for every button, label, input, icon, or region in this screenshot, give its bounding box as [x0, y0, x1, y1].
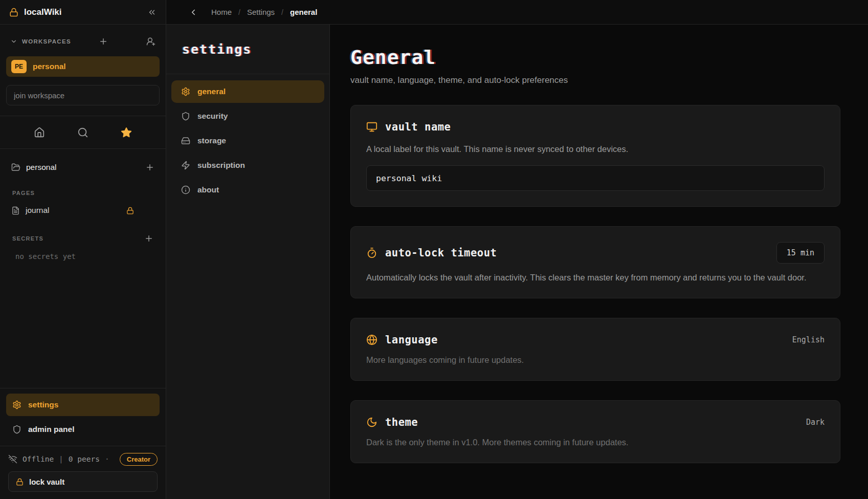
shield-icon: [12, 425, 21, 434]
lock-icon: [126, 207, 134, 214]
back-button[interactable]: [189, 8, 198, 17]
card-description: A local label for this vault. This name …: [366, 144, 825, 154]
folder-open-icon: [11, 163, 20, 172]
gear-icon: [12, 400, 21, 409]
card-title: vault name: [385, 121, 451, 133]
file-text-icon: [11, 206, 20, 215]
workspace-name: personal: [33, 62, 66, 71]
invite-member-button[interactable]: [146, 37, 155, 46]
workspaces-header: WORKSPACES: [6, 35, 160, 48]
settings-tab-about[interactable]: about: [171, 179, 324, 201]
zap-icon: [181, 161, 190, 170]
settings-tab-security[interactable]: security: [171, 105, 324, 127]
card-header: vault name: [366, 121, 825, 133]
settings-nav-list: general security storage: [166, 74, 329, 207]
sidebar-item-admin-panel[interactable]: admin panel: [6, 418, 160, 441]
pages-section-label: PAGES: [8, 190, 158, 196]
settings-nav-header: settings: [166, 25, 329, 74]
chevron-left-icon: [189, 8, 198, 17]
plus-icon: [99, 37, 108, 46]
vault-name-input[interactable]: [366, 165, 825, 191]
lock-icon: [9, 8, 18, 17]
add-workspace-button[interactable]: [99, 37, 108, 46]
tree-root-name: personal: [26, 163, 56, 172]
page-name: journal: [26, 206, 50, 215]
card-description: More languages coming in future updates.: [366, 355, 825, 365]
settings-main: General vault name, language, theme, and…: [330, 25, 868, 499]
secrets-header: SECRETS: [8, 234, 158, 243]
card-auto-lock: auto-lock timeout 15 min Automatically l…: [350, 226, 840, 298]
settings-tab-storage[interactable]: storage: [171, 129, 324, 152]
breadcrumb-separator: /: [281, 8, 283, 16]
lock-icon: [16, 478, 24, 486]
wifi-off-icon: [8, 454, 17, 464]
settings-tab-subscription[interactable]: subscription: [171, 154, 324, 177]
connection-status-row: Offline | 0 peers · Creator: [8, 453, 158, 465]
card-description: Dark is the only theme in v1.0. More the…: [366, 438, 825, 447]
secrets-empty-state: no secrets yet: [8, 252, 158, 261]
search-button[interactable]: [77, 127, 88, 138]
sidebar-settings-label: settings: [28, 400, 58, 409]
card-theme: theme Dark Dark is the only theme in v1.…: [350, 400, 840, 463]
app-title: localWiki: [24, 7, 62, 17]
status-dot: ·: [105, 455, 109, 463]
card-title: language: [385, 334, 438, 346]
card-vault-name: vault name A local label for this vault.…: [350, 105, 840, 207]
settings-tab-label: about: [197, 185, 219, 194]
breadcrumb-separator: /: [238, 8, 240, 16]
quick-nav: [0, 116, 166, 149]
settings-cards: vault name A local label for this vault.…: [350, 105, 840, 463]
chevron-down-icon: [10, 38, 17, 45]
add-secret-button[interactable]: [144, 234, 153, 243]
role-badge[interactable]: Creator: [120, 453, 158, 466]
status-separator: |: [59, 455, 63, 463]
workspace-avatar: PE: [11, 60, 27, 73]
home-button[interactable]: [34, 127, 45, 138]
sidebar-status: Offline | 0 peers · Creator lock vault: [0, 446, 166, 499]
breadcrumb-current: general: [290, 8, 317, 16]
favorites-button[interactable]: [121, 127, 132, 138]
content-area: settings general security: [166, 25, 868, 499]
page-title: General: [350, 46, 840, 69]
sidebar-item-settings[interactable]: settings: [6, 394, 160, 416]
sidebar-collapse-button[interactable]: [147, 8, 157, 17]
lock-vault-button[interactable]: lock vault: [8, 471, 158, 492]
topbar: Home / Settings / general: [166, 0, 868, 25]
chevrons-left-icon: [147, 8, 157, 17]
secrets-section-label: SECRETS: [8, 235, 43, 242]
join-workspace-input[interactable]: [6, 85, 160, 105]
settings-nav-title: settings: [182, 42, 252, 57]
card-header: auto-lock timeout 15 min: [366, 242, 825, 264]
info-icon: [181, 185, 190, 194]
language-value: English: [792, 335, 825, 344]
gear-icon: [181, 87, 190, 96]
auto-lock-timeout-select[interactable]: 15 min: [776, 242, 825, 264]
monitor-icon: [366, 121, 377, 133]
timer-icon: [366, 247, 377, 258]
settings-tab-label: storage: [197, 136, 226, 145]
breadcrumb-home[interactable]: Home: [211, 8, 232, 16]
workspace-item-personal[interactable]: PE personal: [6, 56, 160, 77]
page-item-journal[interactable]: journal: [8, 202, 158, 219]
settings-tab-general[interactable]: general: [171, 80, 324, 103]
star-icon: [121, 127, 132, 138]
card-description: Automatically locks the vault after inac…: [366, 273, 825, 283]
home-icon: [34, 127, 45, 138]
card-title: auto-lock timeout: [385, 247, 497, 259]
workspaces-collapse-button[interactable]: [10, 38, 17, 45]
lock-vault-label: lock vault: [29, 478, 64, 486]
search-icon: [77, 127, 88, 138]
page-locked-indicator: [126, 207, 134, 214]
peer-count: 0 peers: [69, 455, 100, 463]
connection-status: Offline: [23, 455, 54, 463]
tree-root-personal[interactable]: personal: [8, 160, 158, 175]
settings-nav-panel: settings general security: [166, 25, 330, 499]
hard-drive-icon: [181, 136, 190, 145]
settings-tab-label: subscription: [197, 161, 245, 170]
globe-icon: [366, 334, 377, 345]
moon-icon: [366, 417, 377, 428]
card-header: language English: [366, 334, 825, 346]
workspaces-section: WORKSPACES PE personal: [0, 25, 166, 116]
add-page-button[interactable]: [145, 163, 154, 172]
breadcrumb-settings[interactable]: Settings: [247, 8, 275, 16]
